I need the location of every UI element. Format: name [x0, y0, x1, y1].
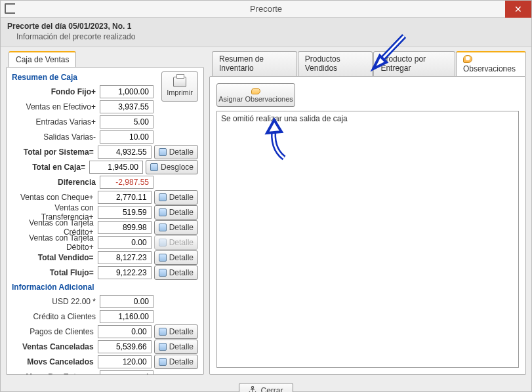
value-total-vendido[interactable]	[98, 251, 152, 264]
row-ventas-cheque: Ventas con Cheque+ Detalle	[12, 190, 198, 205]
left-column: Caja de Ventas Imprimir Resumen de Caja …	[6, 51, 204, 375]
value-salidas-varias[interactable]	[100, 130, 153, 144]
detalle-label: Detalle	[169, 223, 194, 232]
detalle-ventas-transfer[interactable]: Detalle	[154, 205, 198, 220]
value-entradas-varias[interactable]	[100, 115, 153, 128]
detalle-total-flujo[interactable]: Detalle	[154, 265, 198, 280]
label-total-caja: Total en Caja=	[12, 163, 89, 172]
printer-icon	[173, 77, 186, 87]
row-movs-cancelados: Movs Cancelados Detalle	[12, 355, 198, 369]
detalle-label: Detalle	[169, 357, 194, 366]
row-diferencia: Diferencia	[12, 175, 198, 189]
observaciones-text: Se omitió realizar una salida de caja	[221, 114, 348, 123]
close-icon: ✕	[514, 4, 522, 14]
detalle-movs-cancelados[interactable]: Detalle	[154, 355, 198, 369]
value-credito-clientes[interactable]	[100, 310, 153, 323]
value-movs-por-entregar[interactable]	[100, 370, 153, 375]
detail-icon	[150, 163, 158, 171]
speech-bubble-icon	[251, 88, 260, 94]
header-title: Precorte del día 05/01/2023, No. 1	[7, 22, 525, 31]
detail-icon	[159, 328, 167, 336]
detail-icon	[159, 208, 167, 216]
tab-caja-ventas[interactable]: Caja de Ventas	[9, 51, 76, 67]
row-credito-clientes: Crédito a Clientes	[12, 309, 198, 324]
row-salidas-varias: Salidas Varias-	[12, 130, 198, 144]
detalle-label: Detalle	[169, 193, 194, 202]
value-diferencia[interactable]	[100, 176, 153, 189]
label-movs-por-entregar: Movs Por Entregar	[12, 372, 100, 375]
row-pagos-clientes: Pagos de Clientes Detalle	[12, 324, 198, 339]
assign-observaciones-button[interactable]: Asignar Observaciones	[216, 83, 295, 107]
label-total-vendido: Total Vendido=	[12, 253, 98, 262]
detalle-ventas-cheque[interactable]: Detalle	[154, 190, 198, 205]
left-tabstrip: Caja de Ventas	[9, 51, 204, 67]
row-movs-por-entregar: Movs Por Entregar	[12, 370, 198, 375]
label-ventas-efectivo: Ventas en Efectivo+	[12, 102, 100, 111]
cerrar-button[interactable]: Cerrar	[239, 383, 293, 392]
desgloce-button[interactable]: Desgloce	[146, 160, 198, 174]
detalle-label: Detalle	[169, 327, 194, 336]
row-total-flujo: Total Flujo= Detalle	[12, 265, 198, 280]
label-ventas-cheque: Ventas con Cheque+	[12, 193, 98, 202]
row-ventas-tc: Ventas con Tarjeta Crédito+ Detalle	[12, 220, 198, 235]
window-root: Precorte ✕ Precorte del día 05/01/2023, …	[0, 0, 532, 392]
anchor-icon	[249, 386, 256, 392]
label-entradas-varias: Entradas Varias+	[12, 117, 100, 127]
label-ventas-canceladas: Ventas Canceladas	[12, 342, 98, 351]
detalle-ventas-tc[interactable]: Detalle	[154, 220, 198, 235]
right-panel: Asignar Observaciones Se omitió realizar…	[209, 76, 526, 375]
value-usd[interactable]	[100, 295, 153, 308]
value-ventas-tc[interactable]	[98, 221, 152, 234]
row-ventas-transfer: Ventas con Transferencia+ Detalle	[12, 205, 198, 220]
detalle-label: Detalle	[169, 208, 194, 217]
detail-icon	[159, 254, 167, 262]
label-pagos-clientes: Pagos de Clientes	[12, 327, 98, 336]
tab-productos-vendidos[interactable]: Productos Vendidos	[298, 51, 373, 76]
print-button[interactable]: Imprimir	[161, 71, 198, 102]
value-ventas-cheque[interactable]	[98, 191, 152, 204]
value-pagos-clientes[interactable]	[98, 325, 152, 338]
detalle-ventas-canceladas[interactable]: Detalle	[154, 340, 198, 354]
desgloce-label: Desgloce	[161, 163, 194, 172]
svg-point-0	[252, 386, 254, 388]
tab-resumen-inventario[interactable]: Resumen de Inventario	[212, 51, 297, 76]
row-entradas-varias: Entradas Varias+	[12, 115, 198, 129]
row-total-sistema: Total por Sistema= Detalle	[12, 145, 198, 159]
header-subtitle: Información del precorte realizado	[16, 32, 525, 41]
header-band: Precorte del día 05/01/2023, No. 1 Infor…	[1, 18, 531, 47]
row-ventas-canceladas: Ventas Canceladas Detalle	[12, 340, 198, 354]
tab-producto-por-entregar[interactable]: Producto por Entregar	[373, 51, 455, 76]
detalle-total-vendido[interactable]: Detalle	[154, 250, 198, 265]
value-total-caja[interactable]	[89, 161, 143, 174]
detail-icon	[159, 343, 167, 351]
value-movs-cancelados[interactable]	[98, 355, 152, 368]
left-panel: Imprimir Resumen de Caja Fondo Fijo+ Ven…	[6, 67, 204, 375]
titlebar: Precorte ✕	[1, 1, 531, 18]
detail-icon	[159, 269, 167, 277]
value-ventas-td[interactable]	[98, 236, 152, 249]
value-fondo-fijo[interactable]	[100, 85, 153, 98]
right-tabstrip: Resumen de Inventario Productos Vendidos…	[212, 51, 526, 76]
tab-observaciones[interactable]: Observaciones	[456, 51, 526, 76]
label-total-flujo: Total Flujo=	[12, 268, 98, 277]
print-label: Imprimir	[167, 88, 193, 96]
footer: Cerrar	[1, 378, 531, 392]
detalle-pagos-clientes[interactable]: Detalle	[154, 324, 198, 339]
observaciones-textarea[interactable]: Se omitió realizar una salida de caja	[216, 111, 519, 368]
right-column: Resumen de Inventario Productos Vendidos…	[209, 51, 526, 375]
value-total-sistema[interactable]	[98, 146, 152, 159]
assign-observaciones-label: Asignar Observaciones	[218, 95, 293, 103]
main-area: Caja de Ventas Imprimir Resumen de Caja …	[1, 47, 531, 378]
detalle-total-sistema[interactable]: Detalle	[154, 145, 198, 159]
value-total-flujo[interactable]	[98, 266, 152, 279]
row-total-vendido: Total Vendido= Detalle	[12, 250, 198, 265]
label-salidas-varias: Salidas Varias-	[12, 132, 100, 142]
detail-icon	[159, 224, 167, 231]
value-ventas-efectivo[interactable]	[100, 100, 153, 113]
label-fondo-fijo: Fondo Fijo+	[12, 87, 100, 96]
value-ventas-transfer[interactable]	[98, 206, 152, 219]
row-ventas-efectivo: Ventas en Efectivo+	[12, 100, 198, 114]
value-ventas-canceladas[interactable]	[98, 340, 152, 353]
window-close-button[interactable]: ✕	[505, 1, 531, 18]
label-usd: USD 22.00 *	[12, 297, 100, 306]
